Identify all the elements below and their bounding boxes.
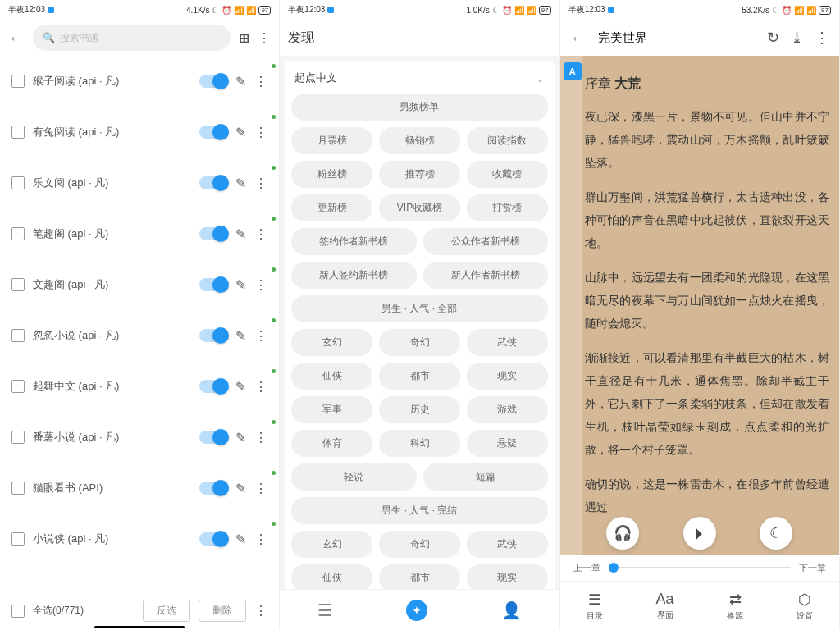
category-pill[interactable]: 历史 [379, 396, 460, 423]
autoread-icon[interactable]: ⏵ [683, 517, 716, 550]
search-input[interactable]: 🔍 搜索书源 [33, 25, 231, 51]
checkbox[interactable] [11, 126, 25, 139]
delete-button[interactable]: 删除 [199, 600, 246, 622]
category-pill[interactable]: 轻说 [291, 463, 416, 491]
catalog-button[interactable]: ☰目录 [587, 591, 603, 622]
item-more-icon[interactable]: ⋮ [254, 74, 267, 89]
category-pill[interactable]: 军事 [291, 396, 372, 423]
item-more-icon[interactable]: ⋮ [254, 430, 267, 445]
edit-icon[interactable]: ✎ [235, 125, 246, 140]
category-pill[interactable]: 仙侠 [291, 363, 372, 390]
edit-icon[interactable]: ✎ [235, 430, 246, 445]
item-more-icon[interactable]: ⋮ [254, 379, 267, 395]
profile-icon[interactable]: 👤 [501, 600, 522, 620]
select-all-checkbox[interactable] [11, 605, 25, 618]
discover-icon[interactable]: ✦ [406, 600, 427, 621]
more-icon[interactable]: ⋮ [258, 30, 271, 46]
toggle[interactable] [199, 126, 227, 139]
category-pill[interactable]: 悬疑 [467, 430, 548, 457]
ui-button[interactable]: Aa界面 [656, 591, 674, 621]
category-pill[interactable]: VIP收藏榜 [379, 194, 460, 221]
category-pill[interactable]: 更新榜 [291, 194, 372, 221]
checkbox[interactable] [11, 380, 25, 393]
refresh-icon[interactable]: ↻ [767, 29, 779, 47]
source-item[interactable]: 起舞中文 (api · 凡)✎⋮ [0, 361, 279, 412]
toggle[interactable] [199, 482, 227, 495]
back-icon[interactable]: ← [8, 29, 25, 48]
source-item[interactable]: 文趣阁 (api · 凡)✎⋮ [0, 259, 279, 310]
back-icon[interactable]: ← [570, 29, 587, 48]
category-pill[interactable]: 畅销榜 [379, 127, 460, 154]
category-pill[interactable]: 打赏榜 [467, 194, 548, 221]
chevron-down-icon[interactable]: ⌄ [536, 72, 545, 84]
toggle[interactable] [199, 380, 227, 393]
discover-body[interactable]: 起点中文 ⌄ 男频榜单 月票榜畅销榜阅读指数粉丝榜推荐榜收藏榜更新榜VIP收藏榜… [280, 56, 559, 589]
edit-icon[interactable]: ✎ [235, 277, 246, 293]
edit-icon[interactable]: ✎ [235, 532, 246, 547]
category-pill[interactable]: 短篇 [423, 463, 548, 491]
toggle[interactable] [199, 431, 227, 444]
card-header[interactable]: 起点中文 ⌄ [291, 69, 547, 94]
checkbox[interactable] [11, 431, 25, 444]
item-more-icon[interactable]: ⋮ [254, 481, 267, 496]
invert-button[interactable]: 反选 [143, 600, 190, 622]
item-more-icon[interactable]: ⋮ [254, 125, 267, 140]
item-more-icon[interactable]: ⋮ [254, 532, 267, 547]
source-button[interactable]: ⇄换源 [727, 591, 743, 622]
category-pill[interactable]: 玄幻 [291, 531, 372, 558]
checkbox[interactable] [11, 176, 25, 189]
source-item[interactable]: 猴子阅读 (api · 凡)✎⋮ [0, 56, 279, 107]
category-pill[interactable]: 新人作者新书榜 [423, 262, 548, 289]
category-pill[interactable]: 仙侠 [291, 564, 372, 589]
settings-button[interactable]: ⬡设置 [797, 591, 813, 622]
toggle[interactable] [199, 532, 227, 546]
item-more-icon[interactable]: ⋮ [254, 226, 267, 242]
bottom-more-icon[interactable]: ⋮ [254, 603, 267, 619]
prev-chapter[interactable]: 上一章 [573, 562, 600, 574]
slider-thumb[interactable] [609, 563, 619, 573]
qr-icon[interactable]: ⊞ [239, 30, 249, 46]
category-pill[interactable]: 武侠 [467, 329, 548, 356]
source-item[interactable]: 忽忽小说 (api · 凡)✎⋮ [0, 310, 279, 361]
toggle[interactable] [199, 278, 227, 291]
checkbox[interactable] [11, 482, 25, 495]
category-pill[interactable]: 都市 [379, 564, 460, 589]
edit-icon[interactable]: ✎ [235, 379, 246, 395]
checkbox[interactable] [11, 227, 25, 240]
category-pill[interactable]: 新人签约新书榜 [291, 262, 416, 289]
item-more-icon[interactable]: ⋮ [254, 328, 267, 344]
category-pill[interactable]: 体育 [291, 430, 372, 457]
category-pill[interactable]: 粉丝榜 [291, 161, 372, 188]
download-icon[interactable]: ⤓ [791, 29, 803, 47]
toggle[interactable] [199, 329, 227, 342]
progress-slider[interactable] [609, 567, 791, 568]
category-pill[interactable]: 公众作者新书榜 [423, 228, 548, 255]
category-pill[interactable]: 现实 [467, 363, 548, 390]
checkbox[interactable] [11, 278, 25, 291]
category-pill[interactable]: 科幻 [379, 430, 460, 457]
category-pill[interactable]: 玄幻 [291, 329, 372, 356]
next-chapter[interactable]: 下一章 [799, 562, 826, 574]
source-item[interactable]: 番薯小说 (api · 凡)✎⋮ [0, 412, 279, 463]
category-pill[interactable]: 奇幻 [379, 329, 460, 356]
category-pill[interactable]: 阅读指数 [467, 127, 548, 154]
edit-icon[interactable]: ✎ [235, 481, 246, 496]
edit-icon[interactable]: ✎ [235, 176, 246, 191]
checkbox[interactable] [11, 532, 25, 546]
edit-icon[interactable]: ✎ [235, 74, 246, 89]
category-pill[interactable]: 奇幻 [379, 531, 460, 558]
toggle[interactable] [199, 75, 227, 88]
headphones-icon[interactable]: 🎧 [606, 517, 639, 550]
category-pill[interactable]: 游戏 [467, 396, 548, 423]
bookshelf-icon[interactable]: ☰ [317, 600, 332, 620]
item-more-icon[interactable]: ⋮ [254, 176, 267, 191]
category-pill[interactable]: 收藏榜 [467, 161, 548, 188]
item-more-icon[interactable]: ⋮ [254, 277, 267, 293]
category-pill[interactable]: 推荐榜 [379, 161, 460, 188]
source-item[interactable]: 小说侠 (api · 凡)✎⋮ [0, 514, 279, 564]
reader-content[interactable]: A 序章 大荒 夜已深，漆黑一片，景物不可见。但山中并不宁静，猛兽咆哮，震动山河… [560, 56, 839, 555]
toggle[interactable] [199, 176, 227, 189]
source-list[interactable]: 猴子阅读 (api · 凡)✎⋮ 有兔阅读 (api · 凡)✎⋮ 乐文阅 (a… [0, 56, 279, 591]
more-icon[interactable]: ⋮ [815, 29, 829, 47]
category-pill[interactable]: 都市 [379, 363, 460, 390]
